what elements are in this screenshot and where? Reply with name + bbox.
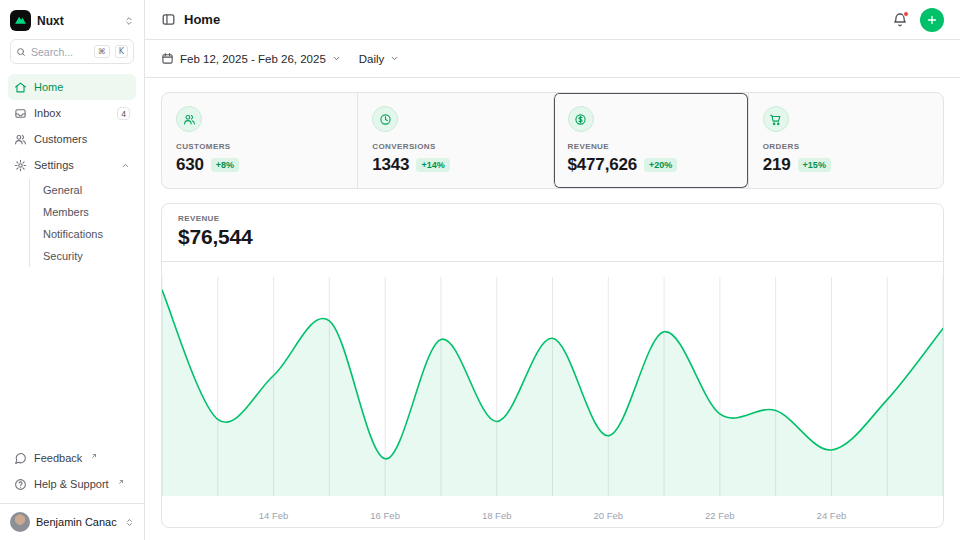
search-placeholder: Search... [31, 46, 89, 58]
notification-dot [903, 11, 909, 17]
dashboard-content: CUSTOMERS 630 +8% CONVERSIONS 1343 +14% [145, 78, 960, 540]
user-menu[interactable]: Benjamin Canac [0, 503, 144, 540]
stat-delta-badge: +14% [416, 158, 449, 172]
stats-grid: CUSTOMERS 630 +8% CONVERSIONS 1343 +14% [161, 92, 944, 189]
svg-text:22 Feb: 22 Feb [705, 510, 735, 521]
stat-card-customers[interactable]: CUSTOMERS 630 +8% [162, 93, 357, 188]
sidebar-item-members[interactable]: Members [37, 201, 128, 223]
search-icon [16, 47, 26, 57]
stat-label: CONVERSIONS [372, 142, 538, 151]
date-range-picker[interactable]: Feb 12, 2025 - Feb 26, 2025 [161, 52, 341, 65]
sidebar-item-label: Help & Support [34, 478, 109, 490]
workspace-selector[interactable]: Nuxt [0, 0, 144, 39]
kbd-cmd: ⌘ [94, 45, 110, 58]
sidebar-footer-nav: Feedback Help & Support [0, 445, 144, 503]
panel-left-icon [161, 12, 176, 27]
sidebar: Nuxt Search... ⌘ K Home Inbox 4 [0, 0, 145, 540]
svg-text:16 Feb: 16 Feb [370, 510, 400, 521]
revenue-chart: 14 Feb16 Feb18 Feb20 Feb22 Feb24 Feb [162, 262, 943, 527]
sidebar-item-label: Customers [34, 133, 130, 145]
external-link-icon [118, 479, 124, 485]
chevron-up-down-icon [124, 16, 134, 26]
stat-card-revenue[interactable]: REVENUE $477,626 +20% [553, 93, 748, 188]
chart-kpi-label: REVENUE [178, 214, 927, 223]
inbox-icon [14, 107, 27, 120]
header-actions [892, 8, 944, 32]
chart-kpi-value: $76,544 [178, 225, 927, 249]
stat-delta-badge: +8% [211, 158, 239, 172]
sidebar-item-feedback[interactable]: Feedback [8, 445, 136, 471]
stat-card-conversions[interactable]: CONVERSIONS 1343 +14% [357, 93, 552, 188]
user-name: Benjamin Canac [36, 516, 119, 528]
interval-value: Daily [359, 53, 385, 65]
svg-text:24 Feb: 24 Feb [817, 510, 847, 521]
chevron-down-icon [332, 54, 341, 63]
plus-icon [926, 14, 938, 26]
users-icon [14, 133, 27, 146]
stat-value: 630 [176, 155, 204, 175]
sidebar-item-home[interactable]: Home [8, 74, 136, 100]
chevron-up-icon [121, 161, 130, 170]
nuxt-logo-icon [10, 10, 31, 31]
gear-icon [14, 159, 27, 172]
page-header: Home [145, 0, 960, 40]
workspace-name: Nuxt [37, 14, 118, 28]
sidebar-item-label: Inbox [34, 107, 110, 119]
sidebar-item-general[interactable]: General [37, 179, 128, 201]
sidebar-item-customers[interactable]: Customers [8, 126, 136, 152]
search-input[interactable]: Search... ⌘ K [10, 39, 134, 64]
help-circle-icon [14, 478, 27, 491]
sidebar-item-label: Home [34, 81, 130, 93]
stat-label: ORDERS [763, 142, 929, 151]
kbd-k: K [115, 45, 128, 58]
interval-select[interactable]: Daily [359, 53, 400, 65]
add-button[interactable] [920, 8, 944, 32]
notifications-button[interactable] [892, 12, 908, 28]
inbox-count-badge: 4 [117, 107, 130, 120]
sidebar-item-settings[interactable]: Settings [8, 152, 136, 178]
settings-subnav: General Members Notifications Security [29, 179, 128, 267]
stat-value: 1343 [372, 155, 409, 175]
page-title: Home [184, 12, 220, 27]
revenue-chart-area[interactable]: 14 Feb16 Feb18 Feb20 Feb22 Feb24 Feb [162, 262, 943, 527]
date-range-value: Feb 12, 2025 - Feb 26, 2025 [180, 53, 326, 65]
users-icon [176, 106, 202, 132]
stat-value: 219 [763, 155, 791, 175]
dollar-circle-icon [568, 106, 594, 132]
sidebar-nav: Home Inbox 4 Customers Settings Ge [0, 74, 144, 267]
svg-text:18 Feb: 18 Feb [482, 510, 512, 521]
sidebar-spacer [0, 267, 144, 445]
stat-delta-badge: +15% [798, 158, 831, 172]
chevron-down-icon [390, 54, 399, 63]
stat-label: REVENUE [568, 142, 734, 151]
stat-delta-badge: +20% [644, 158, 677, 172]
avatar [10, 512, 30, 532]
sidebar-item-label: Feedback [34, 452, 82, 464]
main-panel: Home Feb 12, 2025 - Feb 26, 2025 [145, 0, 960, 540]
svg-text:14 Feb: 14 Feb [259, 510, 289, 521]
sidebar-item-security[interactable]: Security [37, 245, 128, 267]
calendar-icon [161, 52, 174, 65]
filter-toolbar: Feb 12, 2025 - Feb 26, 2025 Daily [145, 40, 960, 78]
svg-text:20 Feb: 20 Feb [593, 510, 623, 521]
sidebar-item-label: Settings [34, 159, 114, 171]
stat-card-orders[interactable]: ORDERS 219 +15% [748, 93, 943, 188]
chevron-up-down-icon [125, 518, 134, 527]
sidebar-item-notifications[interactable]: Notifications [37, 223, 128, 245]
revenue-chart-header: REVENUE $76,544 [162, 204, 943, 262]
chat-bubble-icon [14, 452, 27, 465]
revenue-chart-card: REVENUE $76,544 14 Feb16 Feb18 Feb20 Feb… [161, 203, 944, 528]
home-icon [14, 81, 27, 94]
sidebar-collapse-button[interactable] [161, 12, 176, 27]
sidebar-item-inbox[interactable]: Inbox 4 [8, 100, 136, 126]
stat-label: CUSTOMERS [176, 142, 343, 151]
external-link-icon [91, 453, 97, 459]
sidebar-item-help-support[interactable]: Help & Support [8, 471, 136, 497]
cart-icon [763, 106, 789, 132]
stat-value: $477,626 [568, 155, 638, 175]
clock-icon [372, 106, 398, 132]
